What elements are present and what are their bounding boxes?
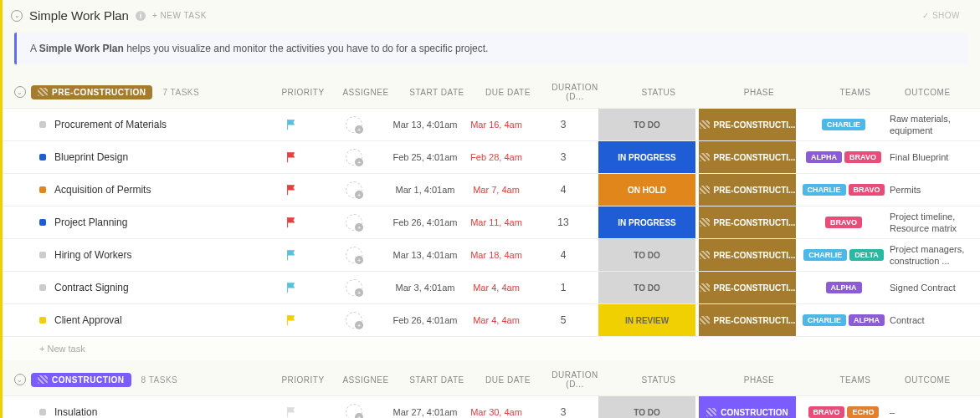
task-name[interactable]: Acquisition of Permits: [54, 184, 151, 196]
task-name[interactable]: Insulation: [54, 406, 97, 418]
start-date[interactable]: Mar 13, 4:01am: [387, 250, 463, 260]
status-badge[interactable]: IN REVIEW: [598, 304, 695, 336]
phase-badge[interactable]: PRE-CONSTRUCTI...: [699, 272, 796, 303]
teams-cell[interactable]: CHARLIEALPHA: [798, 313, 890, 328]
table-row[interactable]: Procurement of MaterialsMar 13, 4:01amMa…: [3, 108, 980, 140]
due-date[interactable]: Mar 16, 4am: [463, 120, 530, 130]
table-row[interactable]: Client ApprovalFeb 26, 4:01amMar 4, 4am5…: [3, 303, 980, 336]
duration[interactable]: 13: [530, 217, 597, 228]
priority-flag-icon[interactable]: [262, 184, 321, 196]
due-date[interactable]: Mar 4, 4am: [463, 315, 530, 325]
start-date[interactable]: Mar 3, 4:01am: [387, 283, 463, 293]
col-phase[interactable]: PHASE: [709, 88, 809, 97]
col-start[interactable]: START DATE: [399, 375, 475, 385]
status-badge[interactable]: TO DO: [598, 239, 695, 271]
due-date[interactable]: Mar 7, 4am: [463, 185, 530, 195]
col-assignee[interactable]: ASSIGNEE: [332, 88, 399, 97]
duration[interactable]: 5: [530, 314, 597, 326]
team-pill[interactable]: BRAVO: [844, 151, 881, 163]
assignee-add[interactable]: [321, 181, 387, 198]
teams-cell[interactable]: CHARLIE: [798, 117, 890, 132]
start-date[interactable]: Feb 26, 4:01am: [387, 315, 463, 325]
priority-flag-icon[interactable]: [262, 406, 321, 418]
team-pill[interactable]: ALPHA: [806, 151, 842, 163]
teams-cell[interactable]: CHARLIEBRAVO: [798, 182, 890, 197]
status-badge[interactable]: TO DO: [598, 396, 695, 418]
assignee-add[interactable]: [321, 279, 387, 296]
col-duration[interactable]: DURATION (D...: [541, 370, 608, 389]
outcome[interactable]: Signed Contract: [890, 282, 980, 293]
duration[interactable]: 4: [530, 184, 597, 196]
outcome[interactable]: Raw materials, equipment: [890, 113, 980, 137]
col-outcome[interactable]: OUTCOME: [901, 375, 980, 385]
start-date[interactable]: Feb 25, 4:01am: [387, 152, 463, 162]
status-badge[interactable]: IN PROGRESS: [598, 141, 695, 173]
assignee-add[interactable]: [321, 149, 387, 166]
start-date[interactable]: Mar 27, 4:01am: [387, 407, 463, 417]
team-pill[interactable]: BRAVO: [825, 217, 862, 228]
col-start[interactable]: START DATE: [399, 88, 475, 97]
task-name[interactable]: Hiring of Workers: [54, 249, 131, 261]
collapse-icon[interactable]: ⌄: [11, 10, 23, 22]
due-date[interactable]: Mar 4, 4am: [463, 283, 530, 293]
task-name[interactable]: Procurement of Materials: [54, 119, 167, 130]
start-date[interactable]: Feb 26, 4:01am: [387, 217, 463, 227]
duration[interactable]: 3: [530, 119, 597, 130]
outcome[interactable]: Project timeline, Resource matrix: [890, 211, 980, 235]
outcome[interactable]: Project managers, construction ...: [890, 243, 980, 268]
col-status[interactable]: STATUS: [608, 375, 709, 385]
teams-cell[interactable]: CHARLIEDELTA: [798, 247, 890, 263]
new-task-row[interactable]: + New task: [3, 336, 980, 360]
teams-cell[interactable]: ALPHA: [798, 280, 890, 295]
col-priority[interactable]: PRIORITY: [274, 88, 332, 97]
outcome[interactable]: Permits: [890, 184, 980, 196]
phase-badge[interactable]: CONSTRUCTION: [699, 396, 796, 418]
outcome[interactable]: –: [890, 406, 980, 418]
priority-flag-icon[interactable]: [262, 217, 321, 228]
group-pill[interactable]: PRE-CONSTRUCTION: [31, 85, 152, 99]
table-row[interactable]: Hiring of WorkersMar 13, 4:01amMar 18, 4…: [3, 238, 980, 271]
start-date[interactable]: Mar 13, 4:01am: [387, 120, 463, 130]
task-name[interactable]: Client Approval: [54, 314, 122, 326]
col-priority[interactable]: PRIORITY: [274, 375, 332, 385]
status-badge[interactable]: TO DO: [598, 109, 695, 140]
col-teams[interactable]: TEAMS: [809, 375, 901, 385]
col-phase[interactable]: PHASE: [709, 375, 809, 385]
task-name[interactable]: Blueprint Design: [54, 151, 128, 163]
group-pill[interactable]: CONSTRUCTION: [31, 373, 131, 387]
phase-badge[interactable]: PRE-CONSTRUCTI...: [699, 239, 796, 271]
table-row[interactable]: Acquisition of PermitsMar 1, 4:01amMar 7…: [3, 173, 980, 206]
due-date[interactable]: Feb 28, 4am: [463, 152, 530, 162]
team-pill[interactable]: BRAVO: [808, 406, 845, 418]
status-badge[interactable]: IN PROGRESS: [598, 206, 695, 238]
team-pill[interactable]: ECHO: [847, 406, 879, 418]
show-button[interactable]: ✓ SHOW: [922, 11, 972, 20]
table-row[interactable]: Project PlanningFeb 26, 4:01amMar 11, 4a…: [3, 206, 980, 238]
col-duration[interactable]: DURATION (D...: [541, 83, 608, 101]
outcome[interactable]: Contract: [890, 314, 980, 326]
col-teams[interactable]: TEAMS: [809, 88, 901, 97]
assignee-add[interactable]: [321, 116, 387, 133]
outcome[interactable]: Final Blueprint: [890, 151, 980, 163]
col-due[interactable]: DUE DATE: [475, 375, 541, 385]
duration[interactable]: 4: [530, 249, 597, 261]
due-date[interactable]: Mar 11, 4am: [463, 217, 530, 227]
assignee-add[interactable]: [321, 312, 387, 329]
phase-badge[interactable]: PRE-CONSTRUCTI...: [699, 174, 796, 206]
task-name[interactable]: Contract Signing: [54, 282, 129, 293]
group-collapse-icon[interactable]: ⌄: [14, 86, 26, 98]
duration[interactable]: 3: [530, 406, 597, 418]
due-date[interactable]: Mar 30, 4am: [463, 407, 530, 417]
phase-badge[interactable]: PRE-CONSTRUCTI...: [699, 206, 796, 238]
phase-badge[interactable]: PRE-CONSTRUCTI...: [699, 304, 796, 336]
team-pill[interactable]: CHARLIE: [803, 314, 846, 326]
team-pill[interactable]: CHARLIE: [803, 249, 847, 261]
group-collapse-icon[interactable]: ⌄: [14, 374, 26, 385]
priority-flag-icon[interactable]: [262, 151, 321, 163]
team-pill[interactable]: ALPHA: [826, 282, 862, 293]
new-task-button[interactable]: + NEW TASK: [152, 11, 207, 20]
duration[interactable]: 3: [530, 151, 597, 163]
status-badge[interactable]: ON HOLD: [598, 174, 695, 206]
col-assignee[interactable]: ASSIGNEE: [332, 375, 399, 385]
col-status[interactable]: STATUS: [608, 88, 709, 97]
